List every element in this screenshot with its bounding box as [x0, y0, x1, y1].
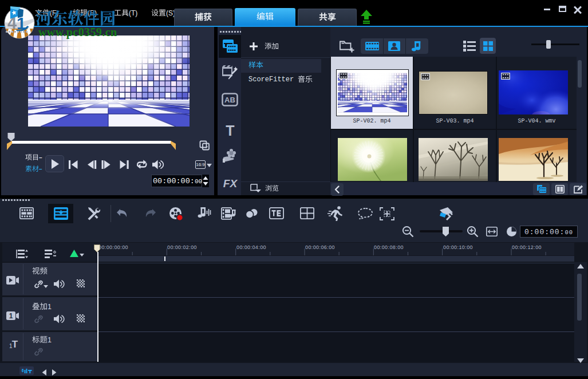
svg-text:T: T: [12, 339, 18, 349]
svg-text:AB: AB: [224, 96, 235, 104]
svg-text:1: 1: [9, 312, 13, 320]
